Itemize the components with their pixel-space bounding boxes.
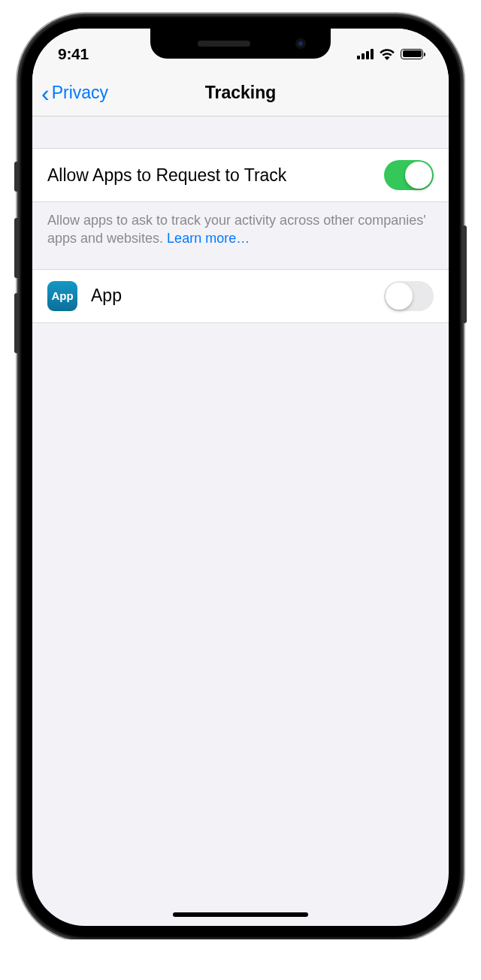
app-icon: App: [47, 281, 77, 311]
speaker-grille: [198, 41, 250, 47]
app-name-label: App: [91, 286, 122, 306]
nav-bar: ‹ Privacy Tracking: [32, 70, 449, 116]
allow-apps-request-row: Allow Apps to Request to Track: [32, 148, 449, 202]
battery-icon: [401, 49, 423, 59]
volume-up-button: [14, 218, 19, 278]
phone-frame: 9:41 ‹ Privacy Tracking: [19, 15, 462, 939]
power-button: [462, 225, 467, 323]
status-icons: [357, 48, 423, 60]
volume-down-button: [14, 293, 19, 353]
mute-switch: [14, 162, 19, 192]
learn-more-link[interactable]: Learn more…: [167, 231, 250, 246]
allow-apps-toggle[interactable]: [384, 160, 434, 190]
screen: 9:41 ‹ Privacy Tracking: [32, 29, 449, 926]
content-area: Allow Apps to Request to Track Allow app…: [32, 116, 449, 926]
app-tracking-toggle[interactable]: [384, 281, 434, 311]
wifi-icon: [379, 48, 395, 60]
home-indicator[interactable]: [173, 912, 308, 917]
back-button[interactable]: ‹ Privacy: [32, 81, 108, 105]
section-footer: Allow apps to ask to track your activity…: [32, 202, 449, 269]
back-label: Privacy: [52, 83, 108, 103]
allow-apps-label: Allow Apps to Request to Track: [47, 165, 286, 186]
status-time: 9:41: [58, 45, 89, 63]
cellular-icon: [357, 49, 374, 59]
notch: [150, 29, 331, 59]
chevron-left-icon: ‹: [41, 81, 50, 105]
app-tracking-row: App App: [32, 269, 449, 323]
front-camera: [295, 38, 306, 49]
